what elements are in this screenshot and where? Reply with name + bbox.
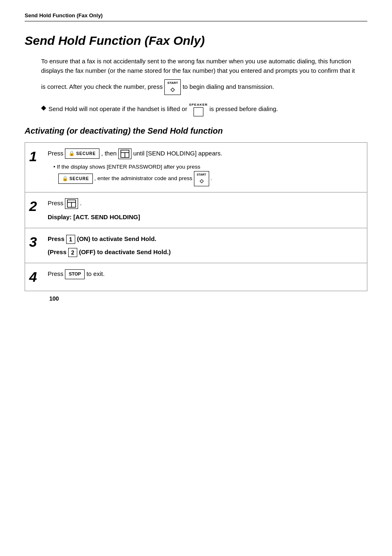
main-title: Send Hold Function (Fax Only) — [25, 34, 367, 48]
menu-button-step2 — [65, 198, 78, 209]
step-2-row: 2 Press . Display: [ACT. SEND HOLDING] — [25, 192, 367, 228]
step-4-content: Press STOP to exit. — [44, 263, 367, 291]
lock-icon: 🔒 — [69, 150, 75, 158]
step-1-content: Press 🔒 SECURE , then until [SEND HOLDIN… — [44, 142, 367, 192]
secure-button-step1-sub: 🔒 SECURE — [58, 174, 93, 184]
steps-table: 1 Press 🔒 SECURE , then — [25, 142, 367, 291]
menu-icon-2 — [67, 199, 76, 208]
num-2-button: 2 — [68, 248, 77, 257]
speaker-button: SPEAKER — [189, 102, 208, 116]
step-4-row: 4 Press STOP to exit. — [25, 263, 367, 291]
page-number: 100 — [49, 295, 392, 302]
step-1-number: 1 — [25, 142, 44, 192]
page-header: Send Hold Function (Fax Only) — [25, 12, 367, 21]
step-3-content: Press 1 (ON) to activate Send Hold. (Pre… — [44, 228, 367, 263]
step-3-number: 3 — [25, 228, 44, 263]
menu-button-step1 — [118, 148, 131, 159]
step-3-row: 3 Press 1 (ON) to activate Send Hold. (P… — [25, 228, 367, 263]
step-2-content: Press . Display: [ACT. SEND HOLDING] — [44, 192, 367, 228]
lock-icon-sub: 🔒 — [62, 175, 68, 183]
secure-button-step1: 🔒 SECURE — [65, 148, 99, 159]
menu-icon — [120, 150, 129, 158]
intro-para2: is correct. After you check the number, … — [41, 79, 367, 95]
step-4-number: 4 — [25, 263, 44, 291]
step-2-number: 2 — [25, 192, 44, 228]
bullet-section: ◆ Send Hold will not operate if the hand… — [41, 102, 367, 116]
start-button-step1-sub: START ◇ — [194, 171, 209, 186]
intro-para1: To ensure that a fax is not accidentally… — [41, 57, 367, 75]
start-button-inline: START ◇ — [164, 79, 181, 95]
step-1-row: 1 Press 🔒 SECURE , then — [25, 142, 367, 192]
stop-button: STOP — [65, 269, 85, 279]
section-title: Activating (or deactivating) the Send Ho… — [25, 126, 367, 136]
num-1-button: 1 — [66, 235, 75, 244]
bullet-diamond: ◆ — [41, 103, 46, 113]
